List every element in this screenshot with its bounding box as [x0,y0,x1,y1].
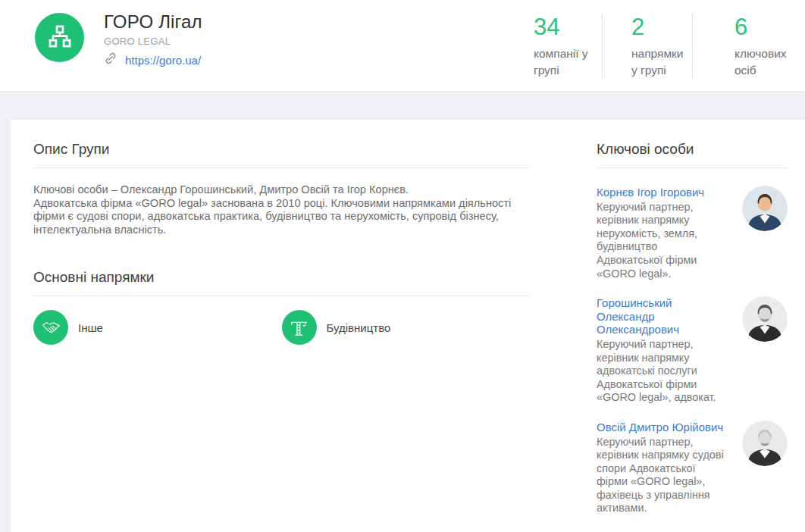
person-name-link[interactable]: Горошинський Олександр Олександрович [597,296,725,336]
stat-directions: 2 напрямки у групі [602,14,692,79]
stat-label: напрямки у групі [631,45,692,79]
stat-label: компанії у групі [534,45,602,79]
directions-section-title: Основні напрямки [33,269,530,286]
divider [33,167,530,168]
person-photo[interactable] [742,186,788,231]
key-people-column: Ключові особи Корнєв Ігор Ігорович Керую… [597,141,788,531]
page-header: ГОРО Лігал GORO LEGAL https://goro.ua/ 3… [0,0,805,92]
person-description: Керуючий партнер, керівник напрямку судо… [597,436,725,516]
divider [33,296,530,296]
direction-label: Будівництво [327,321,391,334]
person-card: Овсій Дмитро Юрійович Керуючий партнер, … [597,421,788,515]
crane-icon [282,310,317,345]
person-card: Корнєв Ігор Ігорович Керуючий партнер, к… [597,186,788,280]
stat-value: 34 [534,15,602,39]
description-line: Адвокатська фірма «GORO legal» заснована… [33,197,530,237]
group-stats: 34 компанії у групі 2 напрямки у групі 6… [534,14,798,79]
group-description-column: Опис Групи Ключові особи – Олександр Гор… [33,141,530,531]
key-people-section-title: Ключові особи [597,141,788,158]
link-icon [104,52,125,68]
company-subtitle: GORO LEGAL [104,36,202,47]
stat-label: ключових осіб [735,45,798,79]
person-photo[interactable] [742,296,788,342]
description-line: Ключові особи – Олександр Горошинський, … [33,183,530,197]
website-link[interactable]: https://goro.ua/ [125,54,201,67]
stat-key-people: 6 ключових осіб [692,14,798,79]
person-name-link[interactable]: Овсій Дмитро Юрійович [597,421,725,434]
stat-companies: 34 компанії у групі [534,14,602,79]
company-logo [35,13,84,62]
person-name-link[interactable]: Корнєв Ігор Ігорович [597,186,725,199]
directions-list: Інше Будівництво [33,310,530,345]
key-people-list: Корнєв Ігор Ігорович Керуючий партнер, к… [597,186,788,515]
stat-value: 6 [735,15,798,39]
person-description: Керуючий партнер, керівник напрямку адво… [597,338,725,405]
person-card: Горошинський Олександр Олександрович Кер… [597,296,788,405]
direction-item-other: Інше [33,310,282,345]
person-description: Керуючий партнер, керівник напрямку неру… [597,201,725,281]
direction-item-construction: Будівництво [282,310,531,345]
org-chart-icon [47,23,73,52]
company-name: ГОРО Лігал [104,11,202,33]
person-photo[interactable] [742,421,788,466]
handshake-icon [33,310,68,345]
divider [597,167,788,168]
content-card: Опис Групи Ключові особи – Олександр Гор… [11,120,805,532]
direction-label: Інше [78,321,103,334]
description-section-title: Опис Групи [33,141,530,158]
stat-value: 2 [631,15,692,39]
group-description-text: Ключові особи – Олександр Горошинський, … [33,183,530,236]
